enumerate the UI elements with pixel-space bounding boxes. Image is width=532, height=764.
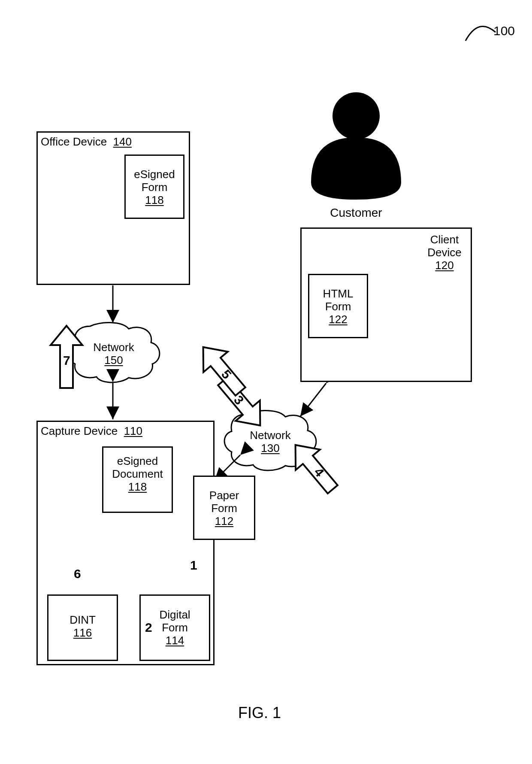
client-device-title: Client Device (427, 233, 461, 259)
system-ref: 100 (493, 24, 515, 39)
digital-form-title: Digital Form (159, 608, 190, 634)
capture-device-title: Capture Device (41, 424, 118, 437)
step-1: 1 (190, 558, 197, 573)
client-device-label: Client Device 120 (423, 233, 466, 272)
html-form-label: HTML Form 122 (308, 288, 368, 326)
step-7: 7 (63, 353, 70, 368)
system-ref-text: 100 (493, 24, 515, 38)
esigned-form-office-ref: 118 (145, 194, 163, 206)
capture-device-ref: 110 (124, 424, 142, 437)
network-150-ref: 150 (104, 354, 123, 367)
paper-form-ref: 112 (215, 515, 233, 528)
figure-label-text: FIG. 1 (238, 704, 281, 722)
step-arrow-5 (191, 337, 252, 402)
customer-icon (311, 92, 401, 200)
network-150-title: Network (93, 341, 134, 354)
network-130-label: Network 130 (242, 429, 298, 455)
diagram-stage: 100 Customer Office Device 140 eSigned F… (0, 0, 532, 764)
step-6: 6 (74, 567, 81, 582)
esigned-doc-label: eSigned Document 118 (102, 455, 173, 494)
office-device-label: Office Device 140 (41, 136, 152, 149)
digital-form-ref: 114 (166, 634, 184, 647)
esigned-doc-title: eSigned Document (112, 455, 163, 480)
system-ref-arc (466, 26, 496, 41)
step-2: 2 (145, 620, 152, 635)
html-form-ref: 122 (329, 313, 347, 326)
customer-label: Customer (326, 206, 386, 220)
svg-point-0 (332, 92, 380, 139)
dint-ref: 116 (73, 626, 92, 639)
customer-label-text: Customer (330, 206, 382, 219)
esigned-doc-ref: 118 (128, 480, 147, 493)
office-device-ref: 140 (113, 135, 132, 148)
network-130-title: Network (250, 429, 290, 442)
dint-title: DINT (70, 613, 96, 626)
figure-label: FIG. 1 (238, 704, 281, 722)
paper-form-title: Paper Form (209, 489, 239, 515)
dint-label: DINT 116 (47, 614, 118, 640)
network-150-label: Network 150 (86, 341, 142, 367)
html-form-title: HTML Form (323, 287, 354, 313)
client-device-ref: 120 (435, 259, 453, 272)
office-device-title: Office Device (41, 135, 107, 148)
network-130-ref: 130 (261, 442, 279, 455)
esigned-form-office-title: eSigned Form (134, 168, 175, 194)
esigned-form-office-label: eSigned Form 118 (124, 168, 184, 207)
paper-form-label: Paper Form 112 (193, 489, 255, 528)
conn-client-net130 (300, 383, 326, 416)
capture-device-label: Capture Device 110 (41, 425, 169, 438)
